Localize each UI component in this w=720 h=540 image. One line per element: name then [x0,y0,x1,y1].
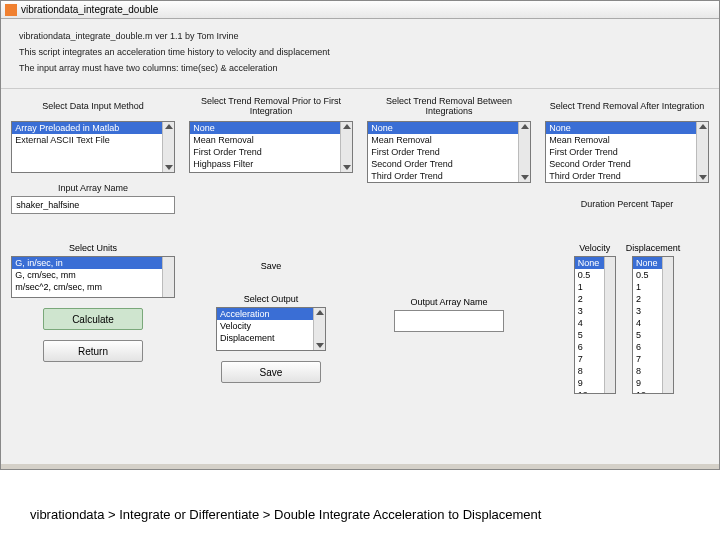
scrollbar[interactable] [162,257,174,297]
taper-velocity: Velocity None 0.5 1 2 3 4 5 6 7 8 9 10 [574,243,616,394]
scrollbar[interactable] [696,122,708,182]
label-trend-between: Select Trend Removal Between Integration… [363,95,535,117]
opt-first[interactable]: First Order Trend [546,146,707,158]
header-line1: vibrationdata_integrate_double.m ver 1.1… [19,31,701,41]
col-output-array: Output Array Name [363,243,535,460]
matlab-icon [5,4,17,16]
top-panels: Select Data Input Method Array Preloaded… [1,89,719,239]
opt-second[interactable]: Second Order Trend [368,158,529,170]
listbox-input-method[interactable]: Array Preloaded in Matlab External ASCII… [11,121,174,173]
scrollbar[interactable] [313,308,325,350]
label-trend-prior: Select Trend Removal Prior to First Inte… [185,95,357,117]
return-button[interactable]: Return [43,340,143,362]
lower-panels: Select Units G, in/sec, in G, cm/sec, mm… [1,239,719,464]
opt-external-file[interactable]: External ASCII Text File [12,134,173,146]
opt-accel[interactable]: Acceleration [217,308,325,320]
input-output-array[interactable] [394,310,504,332]
opt-first[interactable]: First Order Trend [368,146,529,158]
calculate-button[interactable]: Calculate [43,308,143,330]
opt-second[interactable]: Second Order Trend [546,158,707,170]
opt-preloaded[interactable]: Array Preloaded in Matlab [12,122,173,134]
listbox-trend-prior[interactable]: None Mean Removal First Order Trend High… [189,121,352,173]
breadcrumb: vibrationdata > Integrate or Differentia… [30,507,541,522]
opt-third[interactable]: Third Order Trend [368,170,529,182]
window-title: vibrationdata_integrate_double [21,4,158,15]
col-units: Select Units G, in/sec, in G, cm/sec, mm… [7,243,179,460]
listbox-trend-after[interactable]: None Mean Removal First Order Trend Seco… [545,121,708,183]
scrollbar[interactable] [604,257,615,393]
col-trend-between: Select Trend Removal Between Integration… [363,95,535,233]
header-text: vibrationdata_integrate_double.m ver 1.1… [1,19,719,89]
label-taper: Duration Percent Taper [581,199,673,209]
scrollbar[interactable] [518,122,530,182]
opt-vel[interactable]: Velocity [217,320,325,332]
opt-g-cm[interactable]: G, cm/sec, mm [12,269,173,281]
opt-third[interactable]: Third Order Trend [546,170,707,182]
listbox-output[interactable]: Acceleration Velocity Displacement [216,307,326,351]
opt-highpass[interactable]: Highpass Filter [190,158,351,170]
opt-mean[interactable]: Mean Removal [546,134,707,146]
app-window: vibrationdata_integrate_double vibration… [0,0,720,470]
opt-g-in[interactable]: G, in/sec, in [12,257,173,269]
scrollbar[interactable] [340,122,352,172]
col-trend-after: Select Trend Removal After Integration N… [541,95,713,233]
label-trend-after: Select Trend Removal After Integration [550,95,705,117]
col-trend-prior: Select Trend Removal Prior to First Inte… [185,95,357,233]
header-line2: This script integrates an acceleration t… [19,47,701,57]
label-array-name: Input Array Name [58,183,128,193]
col-save: Save Select Output Acceleration Velocity… [185,243,357,460]
save-button[interactable]: Save [221,361,321,383]
opt-none[interactable]: None [368,122,529,134]
listbox-velocity-taper[interactable]: None 0.5 1 2 3 4 5 6 7 8 9 10 [574,256,616,394]
taper-displacement: Displacement None 0.5 1 2 3 4 5 6 7 8 9 … [626,243,681,394]
label-input-method: Select Data Input Method [42,95,144,117]
listbox-trend-between[interactable]: None Mean Removal First Order Trend Seco… [367,121,530,183]
opt-mean[interactable]: Mean Removal [190,134,351,146]
opt-none[interactable]: None [190,122,351,134]
taper-dual: Velocity None 0.5 1 2 3 4 5 6 7 8 9 10 [541,243,713,394]
label-save-group: Save [261,261,282,271]
opt-disp[interactable]: Displacement [217,332,325,344]
opt-mean[interactable]: Mean Removal [368,134,529,146]
label-select-output: Select Output [244,294,299,304]
scrollbar[interactable] [662,257,673,393]
opt-msec2[interactable]: m/sec^2, cm/sec, mm [12,281,173,293]
label-displacement: Displacement [626,243,681,253]
label-units: Select Units [69,243,117,253]
listbox-units[interactable]: G, in/sec, in G, cm/sec, mm m/sec^2, cm/… [11,256,174,298]
opt-none[interactable]: None [546,122,707,134]
opt-first-order[interactable]: First Order Trend [190,146,351,158]
col-taper: Velocity None 0.5 1 2 3 4 5 6 7 8 9 10 [541,243,713,460]
header-line3: The input array must have two columns: t… [19,63,701,73]
listbox-displacement-taper[interactable]: None 0.5 1 2 3 4 5 6 7 8 9 10 [632,256,674,394]
input-array-name[interactable] [11,196,174,214]
label-velocity: Velocity [579,243,610,253]
label-output-array: Output Array Name [410,297,487,307]
titlebar: vibrationdata_integrate_double [1,1,719,19]
scrollbar[interactable] [162,122,174,172]
col-input-method: Select Data Input Method Array Preloaded… [7,95,179,233]
